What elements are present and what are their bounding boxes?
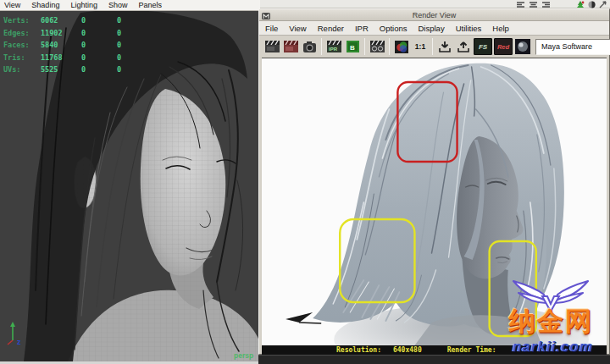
render-view-toolbar: IPR B 1:1 FS: [259, 36, 609, 58]
toolbar-separator: [389, 38, 390, 55]
hud-row-faces: Faces:584000: [3, 39, 164, 52]
poly-count-hud: Verts:606200 Edges:1190200 Faces:584000 …: [3, 14, 164, 76]
menu-view[interactable]: View: [289, 24, 306, 33]
viewport-menu-show[interactable]: Show: [108, 1, 128, 9]
resolution-value: 640x480: [393, 346, 422, 354]
toolbar-separator: [364, 38, 365, 55]
menu-render[interactable]: Render: [318, 24, 344, 33]
render-settings-icon[interactable]: [369, 38, 385, 55]
render-time-label: Render Time:: [447, 346, 496, 354]
svg-text:z: z: [17, 338, 21, 346]
viewport-menu-panels[interactable]: Panels: [138, 1, 162, 9]
render-globe-icon[interactable]: [514, 38, 531, 55]
viewport-menu-lighting[interactable]: Lighting: [70, 1, 97, 9]
maya-window-icon: [262, 8, 270, 23]
snapshot-camera-icon[interactable]: [301, 38, 318, 55]
redo-previous-render-icon[interactable]: [282, 38, 299, 55]
svg-text:B: B: [350, 44, 355, 52]
window-title: Render View: [259, 11, 609, 19]
hud-row-tris: Tris:1176800: [3, 52, 164, 64]
maya-application: View Shading Lighting Show Panels: [0, 0, 610, 364]
render-view-titlebar[interactable]: Render View: [259, 9, 609, 21]
hud-row-uvs: UVs:552500: [3, 63, 164, 76]
red-channel-button[interactable]: Red: [494, 38, 513, 55]
menu-display[interactable]: Display: [419, 24, 445, 33]
menu-file[interactable]: File: [265, 24, 278, 33]
ipr-render-icon[interactable]: IPR: [325, 38, 342, 55]
menu-help[interactable]: Help: [492, 24, 509, 33]
svg-text:IPR: IPR: [329, 47, 338, 52]
render-status-bar: Resolution: 640x480 Render Time:: [262, 345, 607, 355]
viewport-menu-shading[interactable]: Shading: [31, 1, 59, 9]
rgb-channels-icon[interactable]: [393, 38, 410, 55]
menu-ipr[interactable]: IPR: [355, 24, 369, 33]
rendered-image-canvas[interactable]: [262, 58, 607, 345]
ipr-update-icon[interactable]: B: [344, 38, 361, 55]
menu-options[interactable]: Options: [380, 24, 408, 33]
render-view-window: Render View File View Render IPR Options…: [258, 8, 610, 355]
bottom-panel-strip: [258, 355, 610, 364]
viewport-menubar: View Shading Lighting Show Panels: [0, 0, 260, 11]
main-toolbar-strip: [260, 0, 610, 8]
camera-name-label: persp: [234, 351, 253, 360]
resolution-label: Resolution:: [336, 346, 381, 354]
toolbar-separator: [432, 38, 433, 55]
keep-image-icon[interactable]: [436, 38, 453, 55]
renderer-select[interactable]: Maya Software ▼: [535, 39, 610, 55]
fcheck-button[interactable]: FS: [474, 38, 492, 55]
hud-row-edges: Edges:1190200: [3, 27, 164, 40]
perspective-viewport-panel: View Shading Lighting Show Panels: [0, 0, 260, 364]
viewport-menu-view[interactable]: View: [4, 1, 20, 9]
toolbar-separator: [321, 38, 322, 55]
menu-utilities[interactable]: Utilities: [456, 24, 482, 33]
view-axis-icon: z: [6, 318, 31, 350]
render-view-menubar: File View Render IPR Options Display Uti…: [259, 21, 609, 36]
real-size-button[interactable]: 1:1: [412, 38, 429, 55]
hud-row-verts: Verts:606200: [3, 14, 164, 27]
render-current-frame-icon[interactable]: [263, 38, 280, 55]
remove-image-icon[interactable]: [455, 38, 472, 55]
